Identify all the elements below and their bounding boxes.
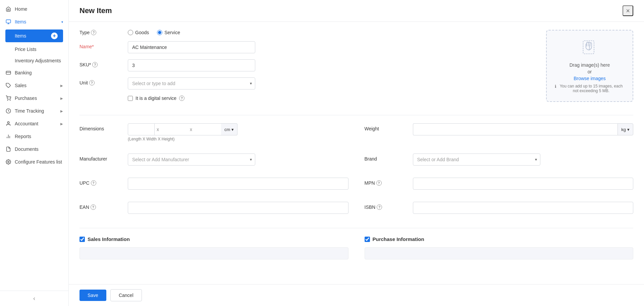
purchase-info-checkbox[interactable] <box>365 237 370 242</box>
svg-point-5 <box>10 100 10 100</box>
unit-help-icon[interactable]: ? <box>89 80 95 85</box>
brand-manufacturer-row: Manufacturer Select or Add Manufacturer … <box>79 154 633 172</box>
save-button[interactable]: Save <box>79 290 106 301</box>
manufacturer-select[interactable]: Select or Add Manufacturer <box>128 154 255 166</box>
unit-select-wrapper: Select or type to add <box>128 77 255 89</box>
dimension-height-input[interactable] <box>194 123 221 135</box>
accountant-chevron: ▶ <box>60 122 63 126</box>
sidebar-item-documents[interactable]: Documents <box>0 143 68 156</box>
type-label: Type ? <box>79 30 120 35</box>
ean-help-icon[interactable]: ? <box>91 204 96 210</box>
type-service-option[interactable]: Service <box>157 30 180 35</box>
sidebar-item-price-lists[interactable]: Price Lists <box>0 44 68 55</box>
sku-field-row: SKU* ? <box>79 59 533 71</box>
mpn-help-icon[interactable]: ? <box>376 180 382 186</box>
upc-label: UPC ? <box>79 178 120 186</box>
upc-help-icon[interactable]: ? <box>91 180 96 186</box>
dimension-length-input[interactable] <box>128 123 155 135</box>
mpn-input[interactable] <box>413 178 634 190</box>
sidebar-item-banking[interactable]: Banking <box>0 66 68 79</box>
upc-mpn-row: UPC ? MPN ? <box>79 178 633 196</box>
reports-icon <box>5 133 11 139</box>
sidebar-item-inventory-adjustments[interactable]: Inventory Adjustments <box>0 55 68 66</box>
sidebar-collapse-button[interactable]: ‹ <box>0 291 68 306</box>
name-label: Name* <box>79 41 120 49</box>
purchase-info-header: Purchase Information <box>365 236 634 242</box>
weight-unit-select[interactable]: kg ▾ <box>618 123 633 135</box>
svg-rect-0 <box>6 20 10 23</box>
image-drop-zone[interactable]: Drag image(s) here or Browse images ℹ Yo… <box>546 30 633 102</box>
type-service-radio[interactable] <box>157 30 162 35</box>
sidebar: Home Items ▾ Items + Price Lists Invento… <box>0 0 69 306</box>
purchase-info-col: Purchase Information <box>365 236 634 259</box>
unit-label: Unit ? <box>79 77 120 85</box>
sidebar-item-sales[interactable]: Sales ▶ <box>0 79 68 92</box>
items-add-button[interactable]: + <box>51 33 58 39</box>
sidebar-item-configure[interactable]: Configure Features list <box>0 156 68 168</box>
divider-2 <box>79 228 633 228</box>
sku-input[interactable] <box>128 59 255 71</box>
dimensions-label: Dimensions <box>79 123 120 131</box>
time-tracking-chevron: ▶ <box>60 109 63 113</box>
sales-info-checkbox[interactable] <box>79 237 85 242</box>
sidebar-purchases-label: Purchases <box>15 96 57 101</box>
sidebar-time-tracking-label: Time Tracking <box>15 108 57 114</box>
brand-select[interactable]: Select or Add Brand <box>413 154 540 166</box>
close-button[interactable]: × <box>623 5 633 16</box>
weight-input[interactable] <box>413 123 618 135</box>
unit-select[interactable]: Select or type to add <box>128 77 255 89</box>
brand-label: Brand <box>365 154 405 162</box>
sales-purchase-row: Sales Information Purchase Information <box>79 236 633 259</box>
sales-icon <box>5 82 11 88</box>
svg-rect-1 <box>6 71 10 74</box>
type-help-icon[interactable]: ? <box>91 30 96 35</box>
ean-col: EAN ? <box>79 202 348 220</box>
brand-select-wrapper: Select or Add Brand <box>413 154 540 166</box>
sidebar-sales-label: Sales <box>15 83 57 88</box>
unit-field-row: Unit ? Select or type to add <box>79 77 533 89</box>
sidebar-banking-label: Banking <box>15 70 63 75</box>
upc-input[interactable] <box>128 178 348 190</box>
divider-1 <box>79 115 633 115</box>
sidebar-item-home[interactable]: Home <box>0 3 68 15</box>
isbn-col: ISBN ? <box>365 202 634 220</box>
sidebar-item-items-group[interactable]: Items ▾ <box>0 15 68 28</box>
type-goods-radio[interactable] <box>128 30 133 35</box>
drag-text: Drag image(s) here <box>570 62 610 68</box>
dimension-width-input[interactable] <box>161 123 188 135</box>
browse-images-link[interactable]: Browse images <box>574 76 606 81</box>
sidebar-accountant-label: Accountant <box>15 121 57 126</box>
dimension-unit-select[interactable]: cm ▾ <box>221 123 237 135</box>
upc-col: UPC ? <box>79 178 348 196</box>
sidebar-item-accountant[interactable]: Accountant ▶ <box>0 117 68 130</box>
isbn-input[interactable] <box>413 202 634 214</box>
sidebar-nav: Home Items ▾ Items + Price Lists Invento… <box>0 0 68 291</box>
ean-isbn-row: EAN ? ISBN ? <box>79 202 633 220</box>
digital-service-label: It is a digital service <box>136 96 176 101</box>
brand-col: Brand Select or Add Brand <box>365 154 634 172</box>
name-input[interactable] <box>128 41 255 53</box>
isbn-help-icon[interactable]: ? <box>377 204 382 210</box>
digital-service-help-icon[interactable]: ? <box>179 96 184 101</box>
manufacturer-select-wrapper: Select or Add Manufacturer <box>128 154 255 166</box>
mpn-col: MPN ? <box>365 178 634 196</box>
items-group-icon <box>5 19 11 25</box>
weight-input-wrapper: kg ▾ <box>413 123 634 135</box>
sidebar-item-purchases[interactable]: Purchases ▶ <box>0 92 68 105</box>
sidebar-item-reports[interactable]: Reports <box>0 130 68 143</box>
page-title: New Item <box>79 6 112 15</box>
or-text: or <box>588 69 592 74</box>
sidebar-price-lists-label: Price Lists <box>15 47 37 52</box>
type-goods-option[interactable]: Goods <box>128 30 149 35</box>
sidebar-item-items[interactable]: Items + <box>5 29 63 42</box>
sidebar-item-time-tracking[interactable]: Time Tracking ▶ <box>0 105 68 117</box>
digital-service-row: It is a digital service ? <box>128 96 533 101</box>
ean-input[interactable] <box>128 202 348 214</box>
documents-icon <box>5 146 11 152</box>
type-radio-group: Goods Service <box>128 30 180 35</box>
digital-service-checkbox[interactable] <box>128 96 133 101</box>
sidebar-documents-label: Documents <box>15 146 63 152</box>
dimensions-col: Dimensions x x cm ▾ <box>79 123 348 147</box>
cancel-button[interactable]: Cancel <box>110 289 142 301</box>
sku-help-icon[interactable]: ? <box>92 62 98 67</box>
